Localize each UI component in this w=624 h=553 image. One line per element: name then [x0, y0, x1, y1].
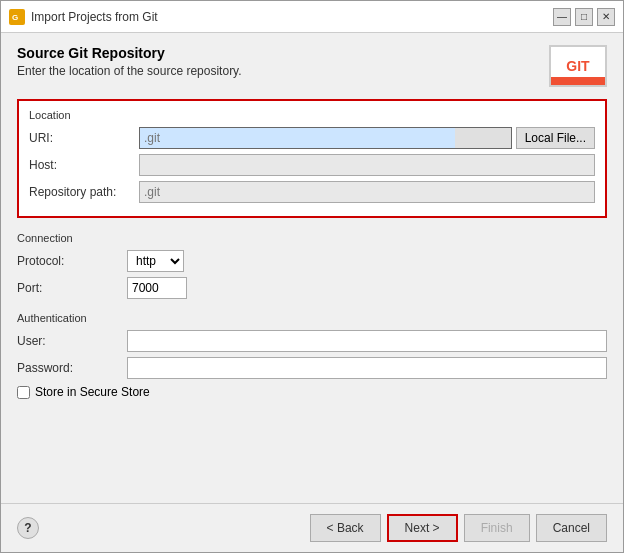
bottom-bar: ? < Back Next > Finish Cancel [1, 503, 623, 552]
password-label: Password: [17, 361, 127, 375]
protocol-select[interactable]: http https git ssh [127, 250, 184, 272]
user-row: User: [17, 330, 607, 352]
close-button[interactable]: ✕ [597, 8, 615, 26]
header-subtitle: Enter the location of the source reposit… [17, 64, 549, 78]
user-input[interactable] [127, 330, 607, 352]
next-button[interactable]: Next > [387, 514, 458, 542]
store-checkbox[interactable] [17, 386, 30, 399]
host-label: Host: [29, 158, 139, 172]
git-logo-bar [551, 77, 605, 85]
location-section: Location URI: Local File... Host: Reposi… [17, 99, 607, 218]
git-logo-text: GIT [566, 58, 589, 74]
store-label: Store in Secure Store [35, 385, 150, 399]
header-title: Source Git Repository [17, 45, 549, 61]
repo-path-input[interactable] [139, 181, 595, 203]
uri-row: URI: Local File... [29, 127, 595, 149]
authentication-section: Authentication User: Password: Store in … [17, 312, 607, 399]
help-button[interactable]: ? [17, 517, 39, 539]
local-file-button[interactable]: Local File... [516, 127, 595, 149]
header-text: Source Git Repository Enter the location… [17, 45, 549, 78]
uri-input[interactable] [139, 127, 512, 149]
import-projects-dialog: G Import Projects from Git — □ ✕ Source … [0, 0, 624, 553]
window-controls: — □ ✕ [553, 8, 615, 26]
store-checkbox-row: Store in Secure Store [17, 385, 607, 399]
port-label: Port: [17, 281, 127, 295]
authentication-label: Authentication [17, 312, 607, 324]
git-logo: GIT [549, 45, 607, 87]
protocol-row: Protocol: http https git ssh [17, 250, 607, 272]
maximize-button[interactable]: □ [575, 8, 593, 26]
repo-path-row: Repository path: [29, 181, 595, 203]
password-row: Password: [17, 357, 607, 379]
svg-text:G: G [12, 13, 18, 22]
title-bar: G Import Projects from Git — □ ✕ [1, 1, 623, 33]
host-input[interactable] [139, 154, 595, 176]
protocol-label: Protocol: [17, 254, 127, 268]
uri-label: URI: [29, 131, 139, 145]
cancel-button[interactable]: Cancel [536, 514, 607, 542]
header-section: Source Git Repository Enter the location… [17, 45, 607, 87]
port-input[interactable] [127, 277, 187, 299]
repo-path-label: Repository path: [29, 185, 139, 199]
main-content: Source Git Repository Enter the location… [1, 33, 623, 503]
connection-section: Connection Protocol: http https git ssh … [17, 228, 607, 308]
window-title: Import Projects from Git [31, 10, 553, 24]
back-button[interactable]: < Back [310, 514, 381, 542]
minimize-button[interactable]: — [553, 8, 571, 26]
window-icon: G [9, 9, 25, 25]
host-row: Host: [29, 154, 595, 176]
connection-label: Connection [17, 232, 607, 244]
location-label: Location [29, 109, 595, 121]
bottom-buttons: < Back Next > Finish Cancel [310, 514, 607, 542]
password-input[interactable] [127, 357, 607, 379]
finish-button[interactable]: Finish [464, 514, 530, 542]
port-row: Port: [17, 277, 607, 299]
user-label: User: [17, 334, 127, 348]
